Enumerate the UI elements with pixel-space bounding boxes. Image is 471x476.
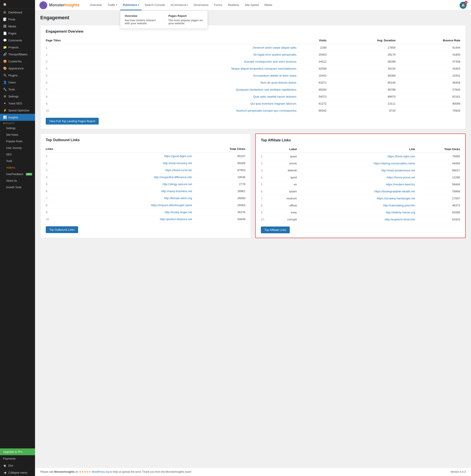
sidebar-upgrade-btn[interactable]: Upgrade to Pro [0, 448, 35, 455]
sidebar-sub-settings[interactable]: Settings [0, 125, 35, 132]
sidebar-sub-user-journey[interactable]: User Journey [0, 145, 35, 151]
sidebar-item-plugins[interactable]: 🔌 Plugins [0, 72, 35, 79]
sidebar-item-tools[interactable]: 🔧 Tools [0, 86, 35, 93]
row-avg-duration: 34154 [327, 65, 395, 72]
sidebar-sub-addons[interactable]: Addons [0, 164, 35, 171]
row-clicks: 91666 [415, 209, 460, 216]
row-visits: 89282 [297, 86, 327, 93]
row-visits: 54073 [297, 93, 327, 100]
table-row: 2. http://neat-recovery.net 89269 [46, 160, 245, 167]
users-icon: 👤 [3, 81, 7, 84]
table-row: 10. Nostrum perspiciatis cumque quo cons… [46, 107, 460, 114]
sidebar-sub-popular-posts[interactable]: Popular Posts [0, 138, 35, 145]
collapse-icon: ◀ [3, 471, 7, 474]
view-full-report-button[interactable]: View Full Top Landing Pages Report [46, 118, 99, 124]
content-area: Engagement Engagement Overview Page Titl… [35, 11, 471, 467]
sidebar-item-pages[interactable]: 📄 Pages [0, 30, 35, 37]
sidebar-item-appearance[interactable]: 🎨 Appearance [0, 65, 35, 72]
row-num: 8. [46, 202, 52, 209]
sidebar-item-thirsty[interactable]: 🔗 ThirstyAffiliates [0, 51, 35, 58]
row-link: http://stingy-seizure.net [52, 181, 192, 188]
table-row: 6. Illum ab quod dolores dolore. 63371 8… [46, 79, 460, 86]
row-num: 6. [261, 188, 268, 195]
table-row: 1. Deserunt animi saepe aliquid optio. 2… [46, 44, 460, 51]
sidebar-item-projects[interactable]: 📁 Projects [0, 44, 35, 51]
tab-realtime[interactable]: Realtime [225, 0, 242, 10]
sidebar-item-dashboard[interactable]: ⊞ Dashboard [0, 9, 35, 16]
tab-overview[interactable]: Overview [87, 0, 104, 10]
sidebar-payments[interactable]: Payments [0, 455, 35, 462]
payments-label: Payments [3, 457, 16, 460]
row-avg-duration: 85246 [327, 79, 395, 86]
footer-wp-link[interactable]: WordPress.org [92, 470, 109, 473]
row-clicks: 44459 [415, 160, 460, 167]
tab-search-console[interactable]: Search Console [142, 0, 168, 10]
sidebar-sub-growth[interactable]: Growth Tools [0, 184, 35, 191]
row-num: 10. [46, 107, 52, 114]
row-title: Accusantium debitis at dolor sequi. [52, 72, 297, 79]
sidebar-sub-tools[interactable]: Tools [0, 158, 35, 164]
tab-ecommerce[interactable]: eCommerce ▾ [168, 0, 191, 10]
sidebar-sub-site-notes[interactable]: Site Notes [0, 132, 35, 138]
row-link: https://scrawny-hamburger.net [297, 195, 415, 202]
row-clicks: 54649 [192, 216, 245, 223]
row-link: http://perfect-distance.net [52, 216, 192, 223]
table-row: 4. quod https://funny-purse.net 12290 [261, 174, 460, 181]
row-label: ex [268, 181, 297, 188]
sidebar-label: Posts [8, 18, 16, 21]
sidebar-item-users[interactable]: 👤 Users [0, 79, 35, 86]
row-link: https://biodegradable-stealth.net [297, 188, 415, 195]
row-bounce-rate: 15351 [395, 72, 460, 79]
tab-traffic[interactable]: Traffic ▾ [105, 0, 119, 10]
tab-media[interactable]: Media [262, 0, 275, 10]
row-num: 5. [46, 181, 52, 188]
tab-forms[interactable]: Forms [211, 0, 225, 10]
outbound-links-button[interactable]: Top Outbound Links [46, 226, 78, 233]
tab-publishers[interactable]: Publishers ▾ Overview See how visitors i… [120, 0, 142, 10]
sidebar-logo: 🏠 [0, 0, 35, 9]
sidebar-sub-about[interactable]: About Us [0, 177, 35, 184]
footer-version: Version 6.4.3 [450, 470, 466, 473]
affiliate-table: Label Link Total Clicks 1. quasi https:/… [261, 146, 460, 223]
row-num: 9. [46, 100, 52, 107]
row-label: nostrum [268, 195, 297, 202]
sidebar-item-speed[interactable]: ⚡ Speed Optimizer [0, 107, 35, 114]
row-avg-duration: 17854 [327, 44, 395, 51]
sidebar-divi[interactable]: ◉ Divi [0, 462, 35, 469]
sidebar-item-insights[interactable]: 📊 Insights [0, 114, 35, 121]
sidebar-sub-seo[interactable]: SEO [0, 151, 35, 158]
sidebar-item-posts[interactable]: 📝 Posts [0, 16, 35, 23]
sidebar-item-media[interactable]: 🖼 Media [0, 23, 35, 30]
row-clicks: 99027 [415, 167, 460, 174]
tab-dimensions[interactable]: Dimensions [191, 0, 211, 10]
row-bounce-rate: 41853 [395, 65, 460, 72]
row-num: 10. [46, 216, 52, 223]
row-clicks: 59404 [415, 181, 460, 188]
row-visits: 24012 [297, 58, 327, 65]
engagement-overview-title: Engagement Overview [46, 30, 460, 34]
row-bounce-rate: 51444 [395, 44, 460, 51]
sidebar-item-cookieyes[interactable]: 🍪 CookieYes [0, 58, 35, 65]
cookie-icon: 🍪 [3, 60, 7, 63]
row-link: http://husky-anger.net [52, 209, 192, 216]
sidebar-collapse[interactable]: ◀ Collapse menu [0, 469, 35, 476]
row-title: Quisquam laudantium sed similique repell… [52, 86, 297, 93]
affiliate-links-button[interactable]: Top Affiliate Links [261, 226, 290, 233]
chevron-down-icon: ▾ [116, 4, 117, 6]
dropdown-overview-desc: See how visitors interact with your webs… [125, 19, 160, 25]
row-link: https://fixed-curve.biz [52, 167, 192, 174]
row-avg-duration: 8720 [327, 107, 395, 114]
sidebar-item-yoast[interactable]: ✦ Yoast SEO [0, 100, 35, 107]
affiliate-col-link: Link [297, 146, 415, 153]
sidebar-item-settings[interactable]: ⚙ Settings [0, 93, 35, 100]
notification-badge: 0 [464, 1, 468, 4]
sidebar-sub-userfeedback[interactable]: UserFeedback NEW [0, 171, 35, 177]
upgrade-label: Upgrade to Pro [3, 450, 22, 454]
row-title: Illum ab quod dolores dolore. [52, 79, 297, 86]
sidebar-item-comments[interactable]: 💬 Comments [0, 37, 35, 44]
publishers-dropdown: Overview See how visitors interact with … [120, 11, 208, 29]
notification-button[interactable]: 🔔 0 [460, 2, 467, 9]
table-row: 3. https://fixed-curve.biz 87853 [46, 167, 245, 174]
tab-site-speed[interactable]: Site Speed [242, 0, 261, 10]
row-clicks: 85197 [192, 153, 245, 160]
